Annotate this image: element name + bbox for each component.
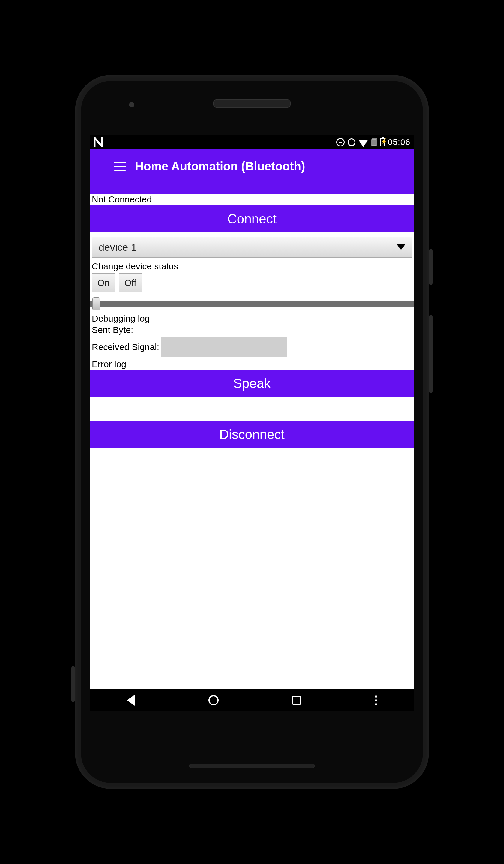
change-device-status-label: Change device status <box>90 258 414 273</box>
device-dropdown[interactable]: device 1 <box>92 237 412 258</box>
app-title: Home Automation (Bluetooth) <box>135 160 305 173</box>
recents-icon[interactable] <box>292 696 301 705</box>
side-button <box>71 666 75 702</box>
content-fill <box>90 448 414 689</box>
hamburger-menu-icon[interactable] <box>114 162 126 171</box>
device-dropdown-value: device 1 <box>99 241 137 253</box>
disconnect-button[interactable]: Disconnect <box>90 421 414 448</box>
power-button <box>429 249 433 285</box>
earpiece-speaker <box>213 99 291 108</box>
received-signal-label: Received Signal: <box>92 342 159 352</box>
sent-byte-label: Sent Byte: <box>90 324 414 336</box>
app-bar: Home Automation (Bluetooth) <box>90 149 414 183</box>
slider-thumb[interactable] <box>93 297 100 311</box>
bottom-speaker <box>189 764 315 768</box>
error-log-label: Error log : <box>90 359 414 370</box>
do-not-disturb-icon <box>336 138 345 146</box>
connection-status: Not Connected <box>90 194 414 205</box>
spacer <box>90 397 414 421</box>
no-sim-icon <box>371 138 377 146</box>
alarm-icon <box>348 138 356 146</box>
volume-button <box>429 315 433 393</box>
debugging-log-heading: Debugging log <box>90 313 414 324</box>
android-n-icon <box>94 137 103 147</box>
slider-track <box>90 301 414 307</box>
battery-charging-icon <box>380 138 385 146</box>
speak-button[interactable]: Speak <box>90 370 414 397</box>
front-camera <box>129 102 134 107</box>
overflow-menu-icon[interactable] <box>375 695 377 705</box>
off-button[interactable]: Off <box>119 273 142 292</box>
connect-button[interactable]: Connect <box>90 205 414 232</box>
screen: 05:06 Home Automation (Bluetooth) Not Co… <box>90 135 414 711</box>
on-button[interactable]: On <box>92 273 115 292</box>
status-bar: 05:06 <box>90 135 414 149</box>
level-slider[interactable] <box>90 298 414 310</box>
phone-frame: 05:06 Home Automation (Bluetooth) Not Co… <box>75 75 429 789</box>
clock: 05:06 <box>388 137 410 147</box>
navigation-bar <box>90 689 414 711</box>
received-signal-field[interactable] <box>161 337 287 357</box>
back-icon[interactable] <box>127 695 135 706</box>
chevron-down-icon <box>397 244 405 250</box>
home-icon[interactable] <box>208 695 219 705</box>
header-accent-strip <box>90 183 414 194</box>
wifi-icon <box>359 140 368 147</box>
